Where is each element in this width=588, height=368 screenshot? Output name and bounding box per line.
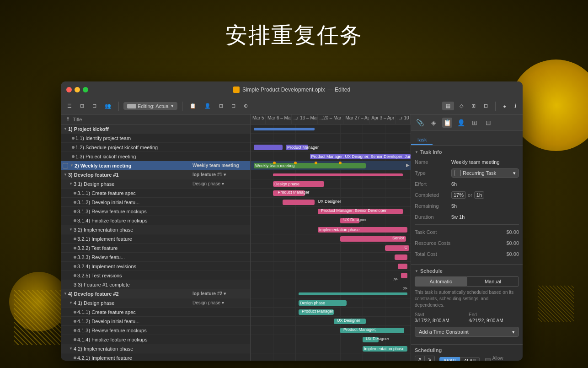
task-info-icon-btn[interactable]: 📋: [442, 118, 452, 128]
gantt-view-btn[interactable]: ▦: [442, 102, 454, 110]
automatic-btn[interactable]: Automatic: [415, 276, 467, 287]
duration-row: Duration 5w 1h: [415, 212, 519, 222]
task-row[interactable]: 3.2.2) Test feature: [61, 244, 250, 253]
name-row: Name Weekly team meeting: [415, 157, 519, 167]
grid-view-icon-btn[interactable]: ⊟: [483, 118, 493, 128]
bullet-icon: [72, 155, 75, 158]
asap-icon-btn[interactable]: ⟪: [415, 356, 425, 361]
task-row[interactable]: ▼ 4.1) Design phase Design phase ▾: [61, 298, 250, 308]
network-view-btn[interactable]: ◇: [457, 102, 466, 110]
view-btn-3[interactable]: ⊟: [90, 102, 99, 110]
alap-text-btn[interactable]: ALAP: [460, 357, 480, 361]
gantt-row: Product Manager; Senior Developer: [251, 207, 411, 216]
task-row[interactable]: 1.1) Identify project team: [61, 134, 250, 143]
disclosure-btn[interactable]: ▼: [68, 181, 74, 187]
task-row[interactable]: 1.2) Schedule project kickoff meeting: [61, 143, 250, 152]
task-row[interactable]: ▼ 1) Project kickoff: [61, 124, 250, 134]
task-row[interactable]: 4.1.3) Review feature mockups: [61, 326, 250, 335]
toolbar-btn-e[interactable]: ⊕: [241, 102, 251, 110]
disclosure-btn[interactable]: ▼: [68, 300, 74, 306]
task-row[interactable]: ▼ 3.1) Design phase Design phase ▾: [61, 179, 250, 189]
task-row[interactable]: 3.2.3) Review featu...: [61, 253, 250, 262]
info-btn[interactable]: ℹ: [512, 102, 519, 110]
minimize-button[interactable]: [75, 87, 80, 92]
task-row[interactable]: 4.1.4) Finalize feature mockups: [61, 335, 250, 344]
resource-icon-btn[interactable]: 👤: [456, 118, 466, 128]
tag-icon-btn[interactable]: ◈: [428, 118, 438, 128]
completed-hours[interactable]: 1h: [474, 191, 484, 199]
task-row-selected[interactable]: ▼ 2) Weekly team meeting Weekly team mee…: [61, 161, 250, 170]
toolbar-btn-c[interactable]: ⊞: [216, 102, 226, 110]
date-col-1: Mar 5: [251, 114, 266, 124]
close-button[interactable]: [66, 87, 72, 92]
deco-pattern-right: [538, 286, 574, 322]
task-row[interactable]: 3.1.2) Develop initial featu...: [61, 198, 250, 207]
task-row[interactable]: 4.1.2) Develop initial featu...: [61, 317, 250, 326]
asap-text-btn[interactable]: ASAP: [439, 357, 460, 361]
completed-pct[interactable]: 17%: [451, 191, 466, 199]
disclosure-btn[interactable]: ▼: [63, 172, 68, 178]
gantt-bar-blue: [254, 128, 315, 130]
toolbar-btn-a[interactable]: 📋: [187, 102, 199, 110]
name-label: Name: [415, 159, 451, 165]
gantt-row: [251, 134, 411, 143]
constraint-dropdown[interactable]: Add a Time Constraint ▾: [415, 327, 519, 337]
task-row[interactable]: 3.3) Feature #1 complete: [61, 280, 250, 289]
window-title: Simple Product Development.oplx — Edited: [233, 87, 350, 93]
outline-view-btn[interactable]: ☰: [64, 102, 75, 110]
bullet-icon: [72, 146, 75, 149]
allow-split-row: Allow Splitting: [485, 356, 519, 361]
task-row[interactable]: 3.2.4) Implement revisions: [61, 262, 250, 271]
task-row[interactable]: 3.1.3) Review feature mockups: [61, 207, 250, 216]
disclosure-btn[interactable]: ▼: [63, 291, 68, 297]
gantt-row: C: [251, 244, 411, 253]
task-row[interactable]: 4.1.1) Create feature spec: [61, 308, 250, 317]
disclosure-btn[interactable]: ▼: [63, 126, 68, 132]
task-list-rows: ▼ 1) Project kickoff 1.1) Identify proje…: [61, 124, 251, 361]
task-row[interactable]: ▼ 3.2) Implementation phase: [61, 225, 250, 234]
type-value: Recurring Task: [463, 170, 496, 176]
disclosure-btn[interactable]: ▼: [68, 346, 74, 352]
task-tab[interactable]: Task: [411, 135, 433, 145]
task-row[interactable]: 3.1.4) Finalize feature mockups: [61, 216, 250, 225]
task-name: 1) Project kickoff: [68, 126, 250, 132]
manual-btn[interactable]: Manual: [467, 276, 519, 287]
disclosure-btn[interactable]: ▼: [68, 227, 74, 233]
remaining-value: 5h: [451, 203, 519, 209]
task-row[interactable]: ▼ 4.2) Implementation phase: [61, 344, 250, 353]
task-row[interactable]: 3.2.1) Implement feature: [61, 234, 250, 244]
schedule-toggle: Automatic Manual: [415, 276, 519, 287]
task-row[interactable]: 3.2.5) Test revisions: [61, 271, 250, 280]
disclosure-btn[interactable]: ▼: [69, 163, 75, 168]
toolbar-btn-d[interactable]: ⊟: [229, 102, 238, 110]
bar-label-ux4: UX Designer: [366, 336, 389, 341]
task-name: 4.1.1) Create feature spec: [77, 309, 250, 315]
task-row[interactable]: 3.1.1) Create feature spec: [61, 189, 250, 198]
task-row[interactable]: ▼ 4) Develop feature #2 lop feature #2 ▾: [61, 289, 250, 298]
allow-split-checkbox[interactable]: [485, 358, 490, 361]
task-name: 3.2) Implementation phase: [74, 227, 250, 233]
resource-view-btn[interactable]: ⊟: [481, 102, 491, 110]
view-btn-2[interactable]: ⊞: [77, 102, 87, 110]
attachment-icon-btn[interactable]: 📎: [415, 118, 425, 128]
split-view-icon-btn[interactable]: ⊞: [470, 118, 480, 128]
task-label: Design phase ▾: [191, 300, 250, 305]
toolbar-btn-b[interactable]: 👤: [202, 102, 214, 110]
people-btn[interactable]: 👥: [102, 102, 114, 110]
divider-1: [415, 224, 519, 225]
wbs-view-btn[interactable]: ⊞: [469, 102, 478, 110]
gantt-row: Senior: [251, 234, 411, 244]
row-checkbox[interactable]: [63, 163, 68, 168]
task-row[interactable]: 1.3) Project kickoff meeting: [61, 152, 250, 161]
type-badge[interactable]: Recurring Task ▾: [451, 168, 519, 178]
alap-icon-btn[interactable]: ⟫: [425, 356, 435, 361]
task-row[interactable]: 4.2.1) Implement feature: [61, 353, 250, 361]
effort-value: 6h: [451, 181, 519, 187]
task-row[interactable]: ▼ 3) Develop feature #1 lop feature #1 ▾: [61, 170, 250, 179]
recurring-marker: [315, 162, 317, 164]
maximize-button[interactable]: [83, 87, 88, 92]
recurring-marker: [339, 162, 342, 164]
total-cost-row: Total Cost $0.00: [415, 249, 519, 259]
editing-mode-badge[interactable]: Editing: Actual ▾: [123, 102, 177, 110]
report-btn[interactable]: ●: [500, 102, 509, 110]
